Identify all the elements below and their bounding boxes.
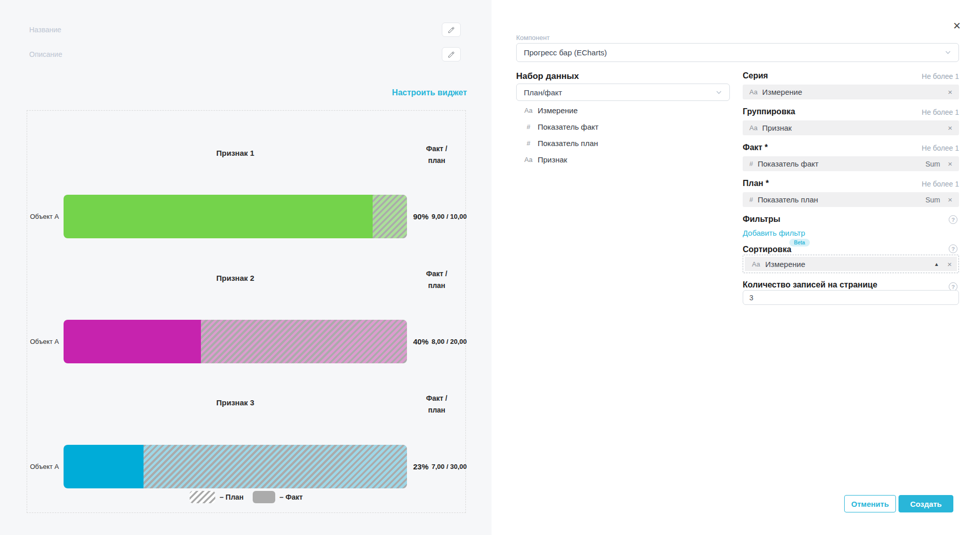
chart-group-title: Признак 3 xyxy=(64,398,407,407)
dataset-field-label: Измерение xyxy=(538,106,578,115)
slot-chip-gruppirovka: Аа Признак × xyxy=(743,120,959,135)
chip-label: Показатель план xyxy=(758,195,818,204)
bar-value: 40% 8,00 / 20,00 xyxy=(413,320,467,363)
page-size-input[interactable] xyxy=(743,290,959,305)
widget-description-placeholder: Описание xyxy=(29,50,62,58)
sort-chip-container[interactable]: Аа Измерение ▲ × xyxy=(743,255,959,273)
number-type-icon: # xyxy=(522,139,535,147)
dataset-field-pokazatel-fakt[interactable]: # Показатель факт xyxy=(522,119,599,135)
remove-icon[interactable]: × xyxy=(947,260,952,269)
bar-fact-fill xyxy=(64,445,144,488)
legend-fact-label[interactable]: – Факт xyxy=(279,493,302,501)
progress-bar-chart-preview: Признак 1 Факт / план Объект А 90% 9,00 … xyxy=(27,110,466,513)
chart-row-label: Объект А xyxy=(27,195,59,238)
chart-row-label: Объект А xyxy=(27,445,59,488)
bar-percent: 40% xyxy=(413,337,428,346)
remove-icon[interactable]: × xyxy=(948,88,952,96)
chart-value-header: Факт / план xyxy=(406,143,467,167)
widget-name-placeholder: Название xyxy=(29,26,62,34)
slot-hint: Не более 1 xyxy=(922,180,959,188)
dataset-field-priznak[interactable]: Аа Признак xyxy=(522,152,567,168)
add-filter-link[interactable]: Добавить фильтр xyxy=(743,229,805,237)
help-icon[interactable]: ? xyxy=(949,244,957,253)
remove-icon[interactable]: × xyxy=(948,159,952,168)
number-type-icon: # xyxy=(749,160,753,168)
aggregation-selector[interactable]: Sum xyxy=(925,196,940,204)
text-type-icon: Аа xyxy=(522,156,535,163)
filters-label: Фильтры xyxy=(743,215,780,224)
dataset-field-label: Показатель факт xyxy=(538,122,599,131)
number-type-icon: # xyxy=(749,196,753,203)
progress-bar xyxy=(64,195,407,238)
text-type-icon: Аа xyxy=(749,88,758,96)
create-button[interactable]: Создать xyxy=(899,495,953,512)
configure-widget-link[interactable]: Настроить виджет xyxy=(392,88,467,97)
progress-bar xyxy=(64,445,407,488)
help-icon[interactable]: ? xyxy=(949,215,957,224)
edit-name-button[interactable] xyxy=(442,23,461,37)
slot-label-seriya: Серия xyxy=(743,71,768,80)
bar-value: 23% 7,00 / 30,00 xyxy=(413,445,467,488)
bar-fraction: 7,00 / 30,00 xyxy=(432,463,467,470)
chevron-down-icon xyxy=(716,89,722,96)
edit-description-button[interactable] xyxy=(442,47,461,61)
chip-label: Признак xyxy=(762,124,792,132)
bar-fraction: 9,00 / 10,00 xyxy=(432,213,467,220)
remove-icon[interactable]: × xyxy=(948,124,952,132)
pencil-icon xyxy=(447,51,455,58)
dataset-heading: Набор данных xyxy=(516,71,579,81)
slot-chip-fakt: # Показатель факт Sum × xyxy=(743,156,959,171)
bar-percent: 90% xyxy=(413,212,428,221)
widget-editor: Название Описание Настроить виджет Призн… xyxy=(0,0,980,535)
sort-ascending-icon[interactable]: ▲ xyxy=(934,261,939,267)
slot-hint: Не более 1 xyxy=(922,144,959,152)
slot-label-gruppirovka: Группировка xyxy=(743,107,795,116)
bar-fraction: 8,00 / 20,00 xyxy=(432,338,467,345)
sorting-label: Сортировка xyxy=(743,245,791,254)
dataset-field-label: Признак xyxy=(538,155,567,164)
config-panel: ✕ Компонент Прогресс бар (ECharts) Набор… xyxy=(492,0,980,535)
pencil-icon xyxy=(447,26,455,34)
chevron-down-icon xyxy=(945,49,951,56)
chart-value-header: Факт / план xyxy=(406,393,467,416)
sort-chip: Аа Измерение ▲ × xyxy=(745,257,957,271)
number-type-icon: # xyxy=(522,123,535,131)
cancel-button[interactable]: Отменить xyxy=(844,495,896,512)
text-type-icon: Аа xyxy=(750,260,762,268)
text-type-icon: Аа xyxy=(522,107,535,114)
close-icon[interactable]: ✕ xyxy=(951,19,963,32)
chip-label: Измерение xyxy=(762,88,802,96)
preview-panel: Название Описание Настроить виджет Призн… xyxy=(0,0,492,535)
slot-hint: Не более 1 xyxy=(922,108,959,116)
component-select[interactable]: Прогресс бар (ECharts) xyxy=(516,43,959,62)
slot-chip-plan: # Показатель план Sum × xyxy=(743,192,959,207)
text-type-icon: Аа xyxy=(749,124,758,132)
bar-fact-fill xyxy=(64,320,201,363)
slot-label-plan: План * xyxy=(743,179,769,188)
slot-hint: Не более 1 xyxy=(922,72,959,80)
aggregation-selector[interactable]: Sum xyxy=(925,160,940,168)
dataset-select[interactable]: План/факт xyxy=(516,84,730,101)
bar-value: 90% 9,00 / 10,00 xyxy=(413,195,467,238)
dataset-field-izmerenie[interactable]: Аа Измерение xyxy=(522,102,578,118)
slot-label-fakt: Факт * xyxy=(743,143,768,152)
bar-fact-fill xyxy=(64,195,373,238)
chart-group-title: Признак 1 xyxy=(64,149,407,157)
legend-plan-swatch[interactable] xyxy=(190,491,215,503)
chart-value-header: Факт / план xyxy=(406,268,467,292)
legend-plan-label[interactable]: – План xyxy=(219,493,243,501)
dataset-select-value: План/факт xyxy=(524,88,562,97)
page-size-label: Количество записей на странице xyxy=(743,280,877,290)
progress-bar xyxy=(64,320,407,363)
component-label: Компонент xyxy=(516,34,550,42)
dataset-field-label: Показатель план xyxy=(538,139,598,148)
dataset-field-pokazatel-plan[interactable]: # Показатель план xyxy=(522,135,598,151)
chart-group-title: Признак 2 xyxy=(64,274,407,282)
chart-row-label: Объект А xyxy=(27,320,59,363)
chart-legend: – План – Факт xyxy=(27,491,465,503)
remove-icon[interactable]: × xyxy=(948,195,952,204)
chip-label: Показатель факт xyxy=(758,159,819,168)
component-select-value: Прогресс бар (ECharts) xyxy=(524,48,607,57)
legend-fact-swatch[interactable] xyxy=(253,491,275,503)
slot-chip-seriya: Аа Измерение × xyxy=(743,85,959,99)
